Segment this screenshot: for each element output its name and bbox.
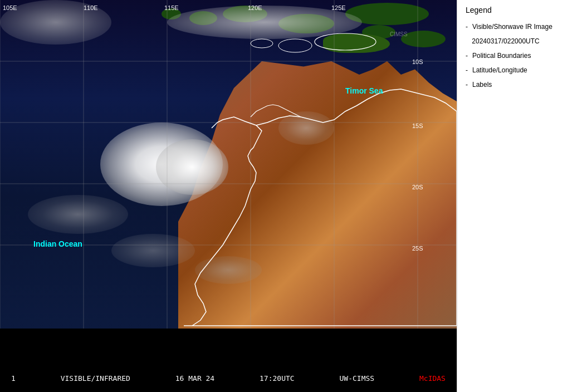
legend-item-3: - Latitude/Longitude bbox=[466, 66, 579, 74]
svg-point-12 bbox=[251, 39, 273, 48]
legend-label-timestamp: 20240317/022000UTC bbox=[472, 37, 539, 45]
legend-label-3: Latitude/Longitude bbox=[472, 66, 527, 74]
mcidas-label: McIDAS bbox=[419, 374, 446, 383]
legend-item-timestamp: 20240317/022000UTC bbox=[466, 37, 579, 45]
date-label: 16 MAR 24 bbox=[175, 374, 214, 383]
cloud-ne-1 bbox=[278, 111, 334, 145]
legend-label-4: Labels bbox=[472, 81, 492, 89]
legend-label-2: Political Boundaries bbox=[472, 52, 531, 60]
cloud-top-left bbox=[0, 0, 111, 45]
legend-item-0: - Visible/Shorwave IR Image bbox=[466, 23, 579, 31]
australia-land bbox=[178, 61, 457, 329]
status-bar: 1 VISIBLE/INFRARED 16 MAR 24 17:20UTC UW… bbox=[0, 364, 457, 392]
legend-dash-timestamp bbox=[466, 37, 467, 45]
legend-item-2: - Political Boundaries bbox=[466, 52, 579, 60]
legend-dash-2: - bbox=[466, 52, 468, 60]
map-area: 105E 110E 115E 120E 125E 10S 15S 20S 25S… bbox=[0, 0, 457, 392]
legend-item-4: - Labels bbox=[466, 81, 579, 89]
station-label: UW-CIMSS bbox=[340, 374, 375, 383]
cloud-scattered-1 bbox=[28, 195, 128, 234]
island-7 bbox=[401, 31, 446, 47]
legend-panel: Legend - Visible/Shorwave IR Image 20240… bbox=[457, 0, 587, 392]
satellite-image: 105E 110E 115E 120E 125E 10S 15S 20S 25S… bbox=[0, 0, 457, 329]
frame-number: 1 bbox=[11, 374, 16, 383]
legend-dash-0: - bbox=[466, 23, 468, 31]
svg-text:10S: 10S bbox=[412, 58, 423, 65]
indian-ocean-label: Indian Ocean bbox=[33, 239, 82, 248]
legend-title: Legend bbox=[466, 6, 579, 14]
main-container: 105E 110E 115E 120E 125E 10S 15S 20S 25S… bbox=[0, 0, 587, 392]
time-label: 17:20UTC bbox=[260, 374, 295, 383]
legend-dash-4: - bbox=[466, 81, 468, 89]
svg-point-11 bbox=[278, 39, 312, 52]
cloud-scattered-2 bbox=[111, 234, 195, 267]
image-type-label: VISIBLE/INFRARED bbox=[61, 374, 130, 383]
island-timor bbox=[323, 33, 390, 53]
cloud-secondary bbox=[156, 139, 228, 195]
cloud-scattered-3 bbox=[195, 256, 262, 284]
legend-label-0: Visible/Shorwave IR Image bbox=[472, 23, 552, 31]
legend-dash-3: - bbox=[466, 66, 468, 74]
cloud-north bbox=[167, 6, 362, 39]
